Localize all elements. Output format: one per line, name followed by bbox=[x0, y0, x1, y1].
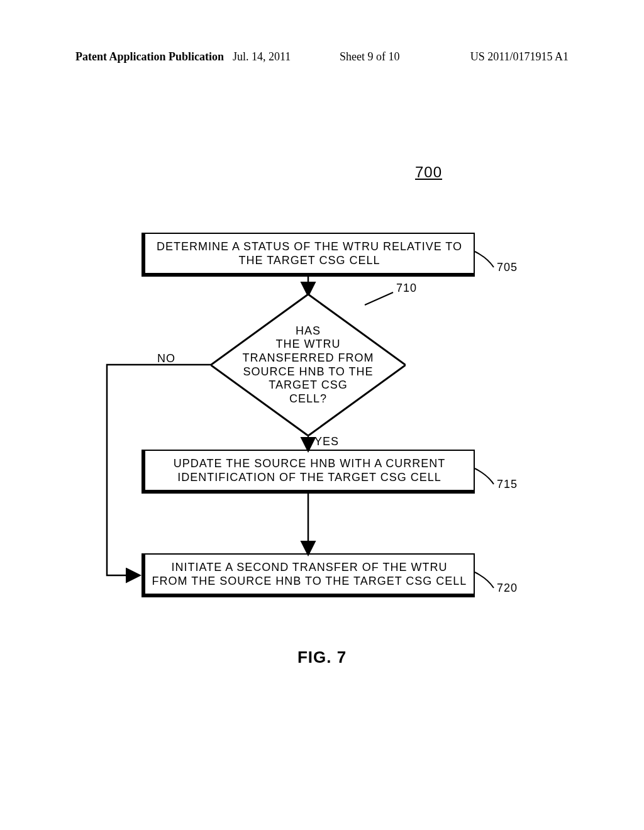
decision-yes-label: YES bbox=[314, 435, 339, 448]
flowchart: DETERMINE A STATUS OF THE WTRU RELATIVE … bbox=[75, 233, 566, 635]
header-left: Patent Application Publication bbox=[75, 50, 224, 64]
process-box-720-text: INITIATE A SECOND TRANSFER OF THE WTRU F… bbox=[152, 560, 467, 589]
figure-caption: FIG. 7 bbox=[0, 648, 644, 667]
ref-715: 715 bbox=[497, 478, 518, 491]
header-sheet: Sheet 9 of 10 bbox=[340, 50, 399, 64]
page: Patent Application Publication Jul. 14, … bbox=[0, 0, 644, 830]
process-box-705-text: DETERMINE A STATUS OF THE WTRU RELATIVE … bbox=[152, 240, 467, 268]
decision-710-text: HAS THE WTRU TRANSFERRED FROM SOURCE HNB… bbox=[243, 324, 374, 406]
process-box-705: DETERMINE A STATUS OF THE WTRU RELATIVE … bbox=[142, 233, 475, 277]
process-box-715: UPDATE THE SOURCE HNB WITH A CURRENT IDE… bbox=[142, 450, 475, 494]
ref-720: 720 bbox=[497, 582, 518, 595]
ref-705: 705 bbox=[497, 261, 518, 274]
figure-reference-number: 700 bbox=[415, 163, 442, 181]
process-box-715-text: UPDATE THE SOURCE HNB WITH A CURRENT IDE… bbox=[152, 456, 467, 485]
ref-710: 710 bbox=[396, 282, 417, 295]
process-box-720: INITIATE A SECOND TRANSFER OF THE WTRU F… bbox=[142, 553, 475, 597]
decision-710: HAS THE WTRU TRANSFERRED FROM SOURCE HNB… bbox=[211, 294, 406, 436]
header-pubno: US 2011/0171915 A1 bbox=[470, 50, 569, 64]
decision-no-label: NO bbox=[157, 352, 175, 365]
header-date: Jul. 14, 2011 bbox=[233, 50, 291, 64]
